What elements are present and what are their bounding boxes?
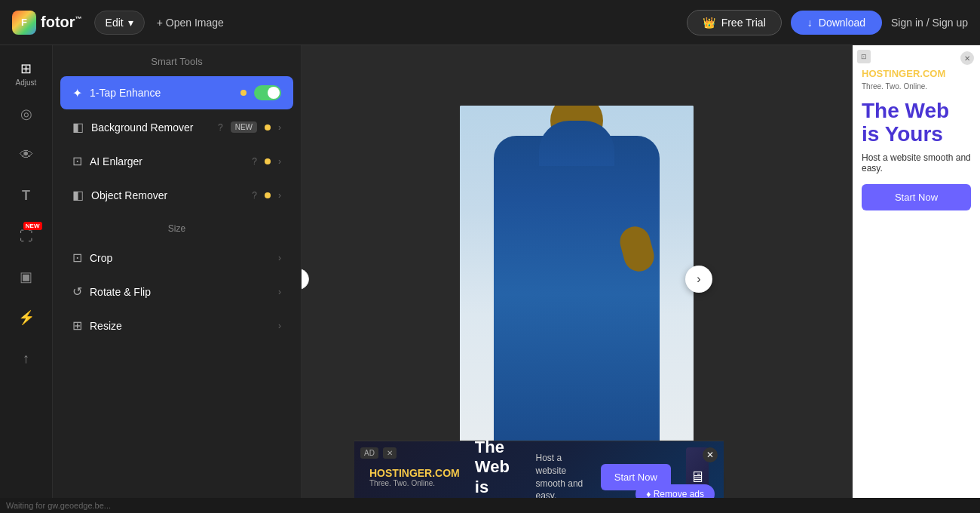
ad-right-headline: The Web is Yours <box>862 100 971 146</box>
tool-item-bg-remover[interactable]: ◧ Background Remover ? NEW › <box>60 111 293 143</box>
help-icon-obj: ? <box>252 190 257 201</box>
header-left: F fotor™ Edit ▾ + Open Image <box>12 11 224 35</box>
ad-close-button[interactable]: ✕ <box>703 447 718 462</box>
tool-item-obj-remover[interactable]: ◧ Object Remover ? › <box>60 179 293 211</box>
bg-remover-label: Background Remover <box>91 121 210 134</box>
effects-icon: 👁 <box>20 147 33 163</box>
tool-item-resize[interactable]: ⊞ Resize › <box>60 309 293 342</box>
crop-icon: ⊡ <box>72 250 82 265</box>
next-button[interactable]: › <box>685 266 712 293</box>
ad-right-logo: HOSTINGER.COM <box>862 68 971 79</box>
ad-x-icon: ✕ <box>383 447 397 459</box>
enlarger-dot <box>265 158 271 164</box>
ad-tagline: Three. Two. Online. <box>369 479 460 487</box>
enhance-dot <box>240 90 247 96</box>
download-button[interactable]: ↓ Download <box>791 11 882 35</box>
chevron-icon-resize: › <box>278 321 281 331</box>
rotate-label: Rotate & Flip <box>90 286 271 298</box>
logo: F fotor™ <box>12 11 82 35</box>
download-icon: ↓ <box>807 17 813 29</box>
canvas-area: ‹ › ↺ ↻ ⊟ ▪ <box>302 45 852 513</box>
enhance-label: 1-Tap Enhance <box>90 87 233 99</box>
ad-right-tagline: Three. Two. Online. <box>862 82 971 91</box>
logo-icon: F <box>12 11 36 35</box>
tool-item-crop[interactable]: ⊡ Crop › <box>60 241 293 274</box>
sidebar-item-upload[interactable]: ↑ <box>8 339 45 377</box>
resize-icon: ⊞ <box>72 318 82 333</box>
header-right: 👑 Free Trial ↓ Download Sign in / Sign u… <box>687 10 968 35</box>
person-hood <box>539 121 614 166</box>
tool-item-rotate[interactable]: ↺ Rotate & Flip › <box>60 275 293 308</box>
sidebar-item-elements-wrapper: ⛶ NEW <box>8 217 45 255</box>
obj-remover-icon: ◧ <box>72 188 84 202</box>
beauty-icon: ◎ <box>20 106 32 122</box>
ad-logo-name: HOSTINGER.COM <box>369 467 460 479</box>
smart-tools-title: Smart Tools <box>53 45 301 75</box>
ad-right-sub: Host a website smooth and easy. <box>862 152 971 174</box>
tool-item-enhance[interactable]: ✦ 1-Tap Enhance <box>60 76 293 109</box>
header: F fotor™ Edit ▾ + Open Image 👑 Free Tria… <box>0 0 980 45</box>
status-bar: Waiting for gw.geoedge.be... <box>0 498 980 513</box>
new-badge-bg: NEW <box>231 121 257 133</box>
chevron-icon-obj: › <box>278 190 281 201</box>
resize-label: Resize <box>90 320 271 332</box>
elements-icon: ⛶ <box>20 229 33 244</box>
edit-button[interactable]: Edit ▾ <box>94 11 145 35</box>
sidebar-item-adjust[interactable]: ⊞ Adjust <box>8 54 45 92</box>
help-icon-enlarger: ? <box>252 156 257 167</box>
sidebar-item-label: Adjust <box>16 78 37 87</box>
ai-enlarger-label: AI Enlarger <box>90 155 244 167</box>
sidebar-item-beauty[interactable]: ◎ <box>8 95 45 133</box>
bg-dot <box>265 124 271 131</box>
chevron-icon-enlarger: › <box>278 156 281 167</box>
upload-icon: ↑ <box>23 351 29 367</box>
ad-description: Host a website smooth and easy. <box>536 452 586 502</box>
person-figure <box>460 123 694 453</box>
main-layout: ⊞ Adjust ◎ 👁 T ⛶ NEW ▣ ⚡ ↑ Smart Tools <box>0 45 980 513</box>
status-text: Waiting for gw.geoedge.be... <box>6 501 111 510</box>
sidebar-item-effects[interactable]: 👁 <box>8 136 45 174</box>
chevron-icon-bg: › <box>278 122 281 133</box>
ad-logo: HOSTINGER.COM Three. Two. Online. <box>369 467 460 487</box>
frames-icon: ▣ <box>20 269 32 285</box>
bg-remover-icon: ◧ <box>72 120 84 134</box>
ad-right-panel: ✕ ⊡ HOSTINGER.COM Three. Two. Online. Th… <box>853 45 980 513</box>
open-image-button[interactable]: + Open Image <box>157 17 224 29</box>
chevron-icon-rotate: › <box>278 287 281 297</box>
new-badge: NEW <box>23 222 42 230</box>
enhance-toggle[interactable] <box>254 85 281 100</box>
ad-right-cta-button[interactable]: Start Now <box>862 184 971 210</box>
sidebar-icons: ⊞ Adjust ◎ 👁 T ⛶ NEW ▣ ⚡ ↑ <box>0 45 53 513</box>
chevron-icon-crop: › <box>278 253 281 263</box>
text-icon: T <box>22 188 30 204</box>
signin-link[interactable]: Sign in / Sign up <box>891 17 968 29</box>
enhance-icon: ✦ <box>72 86 82 100</box>
person-arm <box>617 223 657 275</box>
ad-right-content: HOSTINGER.COM Three. Two. Online. The We… <box>853 45 980 223</box>
size-title: Size <box>53 213 301 240</box>
photo-background <box>460 106 694 453</box>
logo-text: fotor™ <box>41 14 82 31</box>
ai-icon: ⚡ <box>18 309 35 326</box>
person-body <box>494 136 660 453</box>
ad-right-close-button[interactable]: ✕ <box>960 51 974 65</box>
obj-remover-label: Object Remover <box>91 189 244 201</box>
sidebar-item-ai[interactable]: ⚡ <box>8 299 45 336</box>
free-trial-button[interactable]: 👑 Free Trial <box>687 10 782 35</box>
ad-label-area: AD ✕ <box>360 447 397 459</box>
crown-icon: 👑 <box>703 17 715 29</box>
chevron-down-icon: ▾ <box>128 17 133 29</box>
adjust-icon: ⊞ <box>20 60 32 77</box>
right-panel: ✕ ⊡ HOSTINGER.COM Three. Two. Online. Th… <box>852 45 980 513</box>
sidebar-item-frames[interactable]: ▣ <box>8 258 45 296</box>
tools-panel: Smart Tools ✦ 1-Tap Enhance ◧ Background… <box>53 45 302 513</box>
photo-container <box>460 106 694 453</box>
ad-expand-icon: ⊡ <box>857 50 871 63</box>
obj-dot <box>265 192 271 198</box>
sidebar-item-text[interactable]: T <box>8 177 45 214</box>
help-icon-bg: ? <box>218 122 223 133</box>
collapse-panel-button[interactable]: ‹ <box>302 269 309 290</box>
rotate-icon: ↺ <box>72 284 82 299</box>
ad-label: AD <box>360 447 378 459</box>
tool-item-ai-enlarger[interactable]: ⊡ AI Enlarger ? › <box>60 145 293 177</box>
